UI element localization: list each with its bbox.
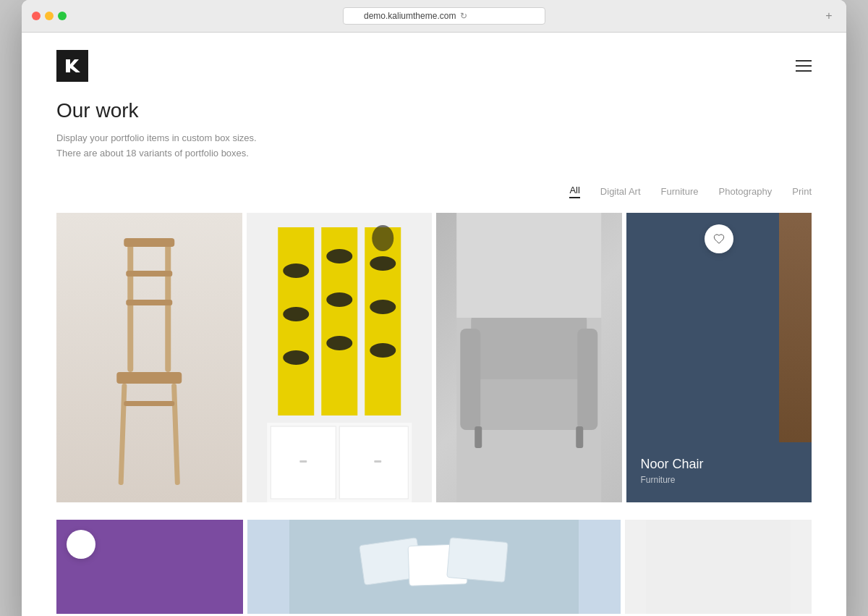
page-description: Display your portfolio items in custom b… bbox=[56, 131, 812, 161]
filter-furniture[interactable]: Furniture bbox=[661, 186, 699, 197]
svg-rect-16 bbox=[365, 227, 401, 415]
portfolio-item-purple[interactable] bbox=[56, 520, 243, 614]
chair-image bbox=[56, 213, 242, 502]
svg-rect-8 bbox=[124, 401, 174, 406]
menu-line bbox=[796, 70, 812, 72]
portfolio-item-cards[interactable] bbox=[247, 520, 621, 614]
svg-point-22 bbox=[326, 336, 352, 350]
svg-point-20 bbox=[326, 249, 352, 263]
site-header bbox=[22, 33, 846, 99]
portfolio-item-noor[interactable]: Noor Chair Furniture bbox=[626, 213, 812, 502]
svg-rect-12 bbox=[299, 460, 307, 463]
svg-rect-38 bbox=[447, 537, 508, 582]
svg-rect-29 bbox=[464, 379, 594, 430]
svg-point-23 bbox=[370, 256, 396, 271]
menu-button[interactable] bbox=[796, 60, 812, 72]
svg-point-25 bbox=[370, 343, 396, 358]
portfolio-item-light[interactable] bbox=[625, 520, 812, 614]
minimize-button[interactable] bbox=[45, 12, 54, 20]
filter-photography[interactable]: Photography bbox=[719, 186, 773, 197]
filter-all[interactable]: All bbox=[569, 185, 579, 198]
site-logo[interactable] bbox=[56, 50, 88, 82]
svg-point-18 bbox=[283, 307, 309, 321]
sofa-image bbox=[436, 213, 622, 502]
svg-rect-4 bbox=[126, 300, 172, 305]
filter-bar: All Digital Art Furniture Photography Pr… bbox=[22, 185, 846, 213]
portfolio-item-chair[interactable] bbox=[56, 213, 242, 502]
noor-chair-title: Noor Chair bbox=[641, 457, 798, 472]
svg-point-24 bbox=[370, 300, 396, 314]
svg-rect-32 bbox=[475, 426, 482, 448]
svg-rect-5 bbox=[116, 372, 182, 384]
traffic-lights bbox=[32, 12, 67, 20]
address-bar: demo.kaliumtheme.com ↻ bbox=[74, 7, 814, 25]
browser-window: demo.kaliumtheme.com ↻ + Our work bbox=[22, 0, 846, 616]
svg-rect-31 bbox=[577, 329, 597, 430]
svg-rect-13 bbox=[374, 460, 381, 463]
portfolio-item-poster[interactable] bbox=[247, 213, 433, 502]
svg-rect-34 bbox=[456, 213, 601, 318]
close-button[interactable] bbox=[32, 12, 41, 20]
hero-section: Our work Display your portfolio items in… bbox=[22, 99, 846, 185]
browser-chrome: demo.kaliumtheme.com ↻ + bbox=[22, 0, 846, 33]
svg-rect-2 bbox=[124, 238, 174, 247]
favorite-button[interactable] bbox=[705, 224, 733, 253]
page-title: Our work bbox=[56, 99, 812, 122]
noor-info: Noor Chair Furniture bbox=[626, 442, 812, 502]
svg-point-19 bbox=[283, 350, 309, 365]
favorite-button-2[interactable] bbox=[67, 530, 95, 559]
portfolio-bottom-row bbox=[22, 520, 846, 616]
noor-chair-category: Furniture bbox=[641, 475, 798, 485]
svg-rect-28 bbox=[471, 314, 587, 387]
svg-rect-3 bbox=[126, 271, 172, 277]
poster-image bbox=[247, 213, 433, 502]
svg-rect-33 bbox=[576, 426, 583, 448]
svg-rect-7 bbox=[171, 383, 180, 484]
svg-rect-11 bbox=[339, 426, 408, 499]
svg-rect-1 bbox=[165, 242, 171, 372]
svg-rect-39 bbox=[646, 520, 791, 614]
portfolio-grid: Noor Chair Furniture bbox=[22, 213, 846, 520]
filter-digital-art[interactable]: Digital Art bbox=[600, 186, 641, 197]
reload-icon[interactable]: ↻ bbox=[460, 11, 467, 21]
url-text: demo.kaliumtheme.com bbox=[364, 11, 456, 21]
svg-rect-30 bbox=[460, 329, 480, 430]
page-content: Our work Display your portfolio items in… bbox=[22, 33, 846, 616]
heart-icon bbox=[713, 233, 725, 245]
new-tab-button[interactable]: + bbox=[822, 9, 836, 23]
filter-print[interactable]: Print bbox=[792, 186, 812, 197]
svg-point-26 bbox=[372, 225, 393, 251]
menu-line bbox=[796, 65, 812, 67]
maximize-button[interactable] bbox=[58, 12, 67, 20]
svg-rect-0 bbox=[127, 242, 133, 372]
svg-point-17 bbox=[283, 263, 309, 278]
svg-point-21 bbox=[326, 292, 352, 307]
svg-rect-6 bbox=[119, 383, 127, 484]
url-bar[interactable]: demo.kaliumtheme.com ↻ bbox=[343, 7, 545, 25]
logo-icon bbox=[63, 56, 82, 75]
menu-line bbox=[796, 60, 812, 62]
heart-icon-2 bbox=[75, 539, 87, 550]
portfolio-item-sofa[interactable] bbox=[436, 213, 622, 502]
